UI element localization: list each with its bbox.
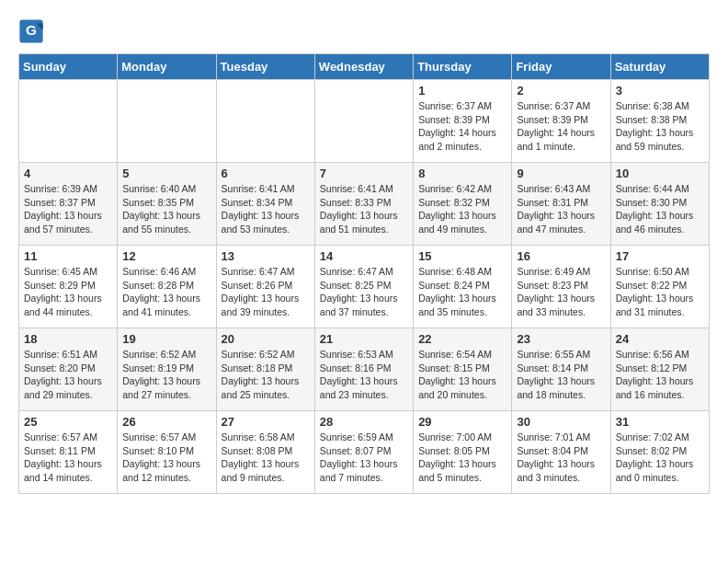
calendar-cell: 4Sunrise: 6:39 AM Sunset: 8:37 PM Daylig… bbox=[19, 163, 118, 246]
day-number: 21 bbox=[320, 332, 408, 346]
header-sunday: Sunday bbox=[19, 54, 118, 80]
calendar-cell: 1Sunrise: 6:37 AM Sunset: 8:39 PM Daylig… bbox=[414, 80, 512, 163]
calendar-cell: 6Sunrise: 6:41 AM Sunset: 8:34 PM Daylig… bbox=[216, 163, 314, 246]
header-thursday: Thursday bbox=[414, 54, 512, 80]
day-detail: Sunrise: 6:57 AM Sunset: 8:10 PM Dayligh… bbox=[122, 431, 210, 485]
day-detail: Sunrise: 6:57 AM Sunset: 8:11 PM Dayligh… bbox=[24, 431, 112, 485]
day-number: 20 bbox=[222, 332, 310, 346]
calendar-cell: 30Sunrise: 7:01 AM Sunset: 8:04 PM Dayli… bbox=[512, 411, 610, 494]
calendar-cell bbox=[314, 80, 413, 163]
day-detail: Sunrise: 6:41 AM Sunset: 8:34 PM Dayligh… bbox=[222, 182, 310, 236]
day-number: 27 bbox=[222, 415, 310, 429]
day-detail: Sunrise: 6:47 AM Sunset: 8:25 PM Dayligh… bbox=[320, 265, 408, 319]
calendar-cell: 20Sunrise: 6:52 AM Sunset: 8:18 PM Dayli… bbox=[216, 328, 314, 411]
day-detail: Sunrise: 6:54 AM Sunset: 8:15 PM Dayligh… bbox=[418, 348, 506, 402]
day-number: 24 bbox=[616, 332, 704, 346]
day-detail: Sunrise: 7:02 AM Sunset: 8:02 PM Dayligh… bbox=[616, 431, 704, 485]
calendar-cell: 16Sunrise: 6:49 AM Sunset: 8:23 PM Dayli… bbox=[512, 246, 610, 328]
calendar-cell: 7Sunrise: 6:41 AM Sunset: 8:33 PM Daylig… bbox=[314, 163, 413, 246]
calendar-cell: 22Sunrise: 6:54 AM Sunset: 8:15 PM Dayli… bbox=[414, 328, 512, 411]
calendar-cell: 5Sunrise: 6:40 AM Sunset: 8:35 PM Daylig… bbox=[118, 163, 216, 246]
calendar-week-row: 25Sunrise: 6:57 AM Sunset: 8:11 PM Dayli… bbox=[19, 411, 710, 494]
day-detail: Sunrise: 6:40 AM Sunset: 8:35 PM Dayligh… bbox=[122, 182, 210, 236]
calendar-week-row: 18Sunrise: 6:51 AM Sunset: 8:20 PM Dayli… bbox=[19, 328, 710, 411]
day-detail: Sunrise: 6:52 AM Sunset: 8:18 PM Dayligh… bbox=[222, 348, 310, 402]
day-detail: Sunrise: 7:01 AM Sunset: 8:04 PM Dayligh… bbox=[517, 431, 605, 485]
calendar-cell: 14Sunrise: 6:47 AM Sunset: 8:25 PM Dayli… bbox=[314, 246, 413, 328]
calendar-cell: 24Sunrise: 6:56 AM Sunset: 8:12 PM Dayli… bbox=[610, 328, 709, 411]
calendar-header-row: SundayMondayTuesdayWednesdayThursdayFrid… bbox=[19, 54, 710, 80]
day-number: 9 bbox=[517, 167, 605, 180]
day-number: 25 bbox=[24, 415, 112, 429]
day-number: 22 bbox=[418, 332, 506, 346]
day-number: 29 bbox=[418, 415, 506, 429]
header-monday: Monday bbox=[118, 54, 216, 80]
header-friday: Friday bbox=[512, 54, 610, 80]
day-detail: Sunrise: 6:56 AM Sunset: 8:12 PM Dayligh… bbox=[616, 348, 704, 402]
day-number: 15 bbox=[418, 249, 506, 263]
day-number: 31 bbox=[616, 415, 704, 429]
calendar-cell bbox=[118, 80, 216, 163]
calendar-cell: 28Sunrise: 6:59 AM Sunset: 8:07 PM Dayli… bbox=[314, 411, 413, 494]
calendar-cell: 25Sunrise: 6:57 AM Sunset: 8:11 PM Dayli… bbox=[19, 411, 118, 494]
day-detail: Sunrise: 6:38 AM Sunset: 8:38 PM Dayligh… bbox=[616, 99, 704, 154]
header-wednesday: Wednesday bbox=[314, 54, 413, 80]
day-detail: Sunrise: 6:59 AM Sunset: 8:07 PM Dayligh… bbox=[320, 431, 408, 485]
day-detail: Sunrise: 6:50 AM Sunset: 8:22 PM Dayligh… bbox=[616, 265, 704, 319]
calendar-cell: 11Sunrise: 6:45 AM Sunset: 8:29 PM Dayli… bbox=[19, 246, 118, 328]
day-detail: Sunrise: 6:37 AM Sunset: 8:39 PM Dayligh… bbox=[418, 99, 506, 154]
calendar-week-row: 11Sunrise: 6:45 AM Sunset: 8:29 PM Dayli… bbox=[19, 246, 710, 328]
calendar-week-row: 1Sunrise: 6:37 AM Sunset: 8:39 PM Daylig… bbox=[19, 80, 710, 163]
day-detail: Sunrise: 6:47 AM Sunset: 8:26 PM Dayligh… bbox=[222, 265, 310, 319]
page-header: G bbox=[18, 18, 710, 44]
header-saturday: Saturday bbox=[610, 54, 709, 80]
day-number: 12 bbox=[122, 249, 210, 263]
day-detail: Sunrise: 6:48 AM Sunset: 8:24 PM Dayligh… bbox=[418, 265, 506, 319]
day-number: 26 bbox=[122, 415, 210, 429]
day-detail: Sunrise: 6:55 AM Sunset: 8:14 PM Dayligh… bbox=[517, 348, 605, 402]
day-number: 23 bbox=[517, 332, 605, 346]
day-number: 3 bbox=[616, 84, 704, 98]
day-number: 19 bbox=[122, 332, 210, 346]
calendar-cell: 27Sunrise: 6:58 AM Sunset: 8:08 PM Dayli… bbox=[216, 411, 314, 494]
day-detail: Sunrise: 6:42 AM Sunset: 8:32 PM Dayligh… bbox=[418, 182, 506, 236]
day-detail: Sunrise: 6:45 AM Sunset: 8:29 PM Dayligh… bbox=[24, 265, 112, 319]
day-detail: Sunrise: 6:39 AM Sunset: 8:37 PM Dayligh… bbox=[24, 182, 112, 236]
day-detail: Sunrise: 6:49 AM Sunset: 8:23 PM Dayligh… bbox=[517, 265, 605, 319]
calendar-cell bbox=[216, 80, 314, 163]
calendar-cell: 10Sunrise: 6:44 AM Sunset: 8:30 PM Dayli… bbox=[610, 163, 709, 246]
day-number: 8 bbox=[418, 167, 506, 180]
day-detail: Sunrise: 7:00 AM Sunset: 8:05 PM Dayligh… bbox=[418, 431, 506, 485]
day-number: 11 bbox=[24, 249, 112, 263]
calendar-cell: 18Sunrise: 6:51 AM Sunset: 8:20 PM Dayli… bbox=[19, 328, 118, 411]
calendar-cell: 17Sunrise: 6:50 AM Sunset: 8:22 PM Dayli… bbox=[610, 246, 709, 328]
calendar-cell: 31Sunrise: 7:02 AM Sunset: 8:02 PM Dayli… bbox=[610, 411, 709, 494]
day-number: 17 bbox=[616, 249, 704, 263]
calendar-cell: 12Sunrise: 6:46 AM Sunset: 8:28 PM Dayli… bbox=[118, 246, 216, 328]
day-number: 14 bbox=[320, 249, 408, 263]
day-number: 7 bbox=[320, 167, 408, 180]
day-number: 28 bbox=[320, 415, 408, 429]
day-detail: Sunrise: 6:37 AM Sunset: 8:39 PM Dayligh… bbox=[517, 99, 605, 154]
day-detail: Sunrise: 6:51 AM Sunset: 8:20 PM Dayligh… bbox=[24, 348, 112, 402]
calendar-cell: 26Sunrise: 6:57 AM Sunset: 8:10 PM Dayli… bbox=[118, 411, 216, 494]
day-number: 4 bbox=[24, 167, 112, 180]
day-number: 10 bbox=[616, 167, 704, 180]
day-detail: Sunrise: 6:58 AM Sunset: 8:08 PM Dayligh… bbox=[222, 431, 310, 485]
calendar-cell: 19Sunrise: 6:52 AM Sunset: 8:19 PM Dayli… bbox=[118, 328, 216, 411]
calendar-cell bbox=[19, 80, 118, 163]
calendar-cell: 2Sunrise: 6:37 AM Sunset: 8:39 PM Daylig… bbox=[512, 80, 610, 163]
day-number: 30 bbox=[517, 415, 605, 429]
svg-text:G: G bbox=[26, 22, 37, 38]
day-number: 2 bbox=[517, 84, 605, 98]
logo: G bbox=[18, 18, 46, 44]
day-detail: Sunrise: 6:43 AM Sunset: 8:31 PM Dayligh… bbox=[517, 182, 605, 236]
day-detail: Sunrise: 6:53 AM Sunset: 8:16 PM Dayligh… bbox=[320, 348, 408, 402]
calendar-cell: 29Sunrise: 7:00 AM Sunset: 8:05 PM Dayli… bbox=[414, 411, 512, 494]
logo-icon: G bbox=[18, 18, 44, 44]
day-detail: Sunrise: 6:41 AM Sunset: 8:33 PM Dayligh… bbox=[320, 182, 408, 236]
calendar-cell: 8Sunrise: 6:42 AM Sunset: 8:32 PM Daylig… bbox=[414, 163, 512, 246]
day-number: 13 bbox=[222, 249, 310, 263]
calendar-table: SundayMondayTuesdayWednesdayThursdayFrid… bbox=[18, 53, 710, 494]
day-number: 16 bbox=[517, 249, 605, 263]
